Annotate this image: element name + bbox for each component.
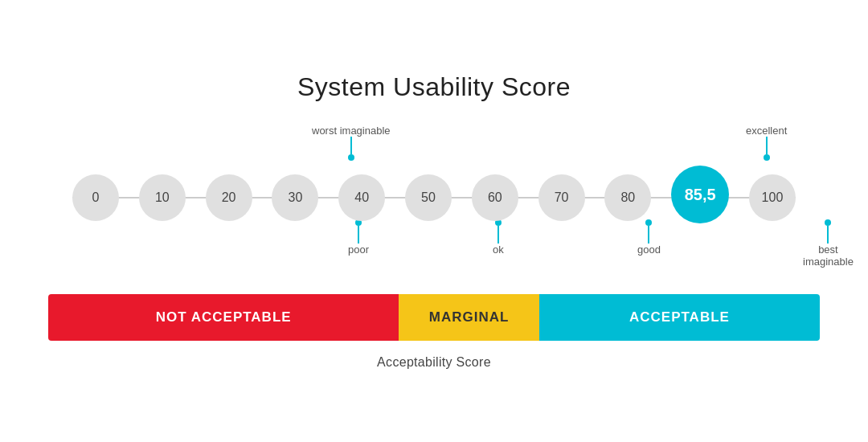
- good-label: good: [637, 244, 661, 256]
- scale-node-50: 50: [405, 174, 452, 221]
- acceptable-segment: ACCEPTABLE: [539, 294, 820, 341]
- best-line: [827, 226, 829, 244]
- annotation-excellent: excellent: [746, 125, 787, 161]
- worst-label: worst imaginable: [312, 125, 391, 137]
- scale-node-90: 85,5: [671, 166, 729, 223]
- not-acceptable-segment: NOT ACCEPTABLE: [48, 294, 399, 341]
- scale-node-10: 10: [139, 174, 186, 221]
- scale-area: 0102030405060708085,5100 excellent worst…: [48, 125, 820, 273]
- excellent-dot: [764, 154, 770, 161]
- ok-label: ok: [493, 244, 504, 256]
- poor-line: [358, 226, 359, 244]
- scale-node-40: 40: [338, 174, 385, 221]
- marginal-segment: MARGINAL: [399, 294, 539, 341]
- ok-line: [497, 226, 499, 244]
- annotation-poor: poor: [348, 219, 369, 256]
- acceptability-bar: NOT ACCEPTABLE MARGINAL ACCEPTABLE: [48, 294, 820, 341]
- annotation-ok: ok: [493, 219, 504, 256]
- annotation-good: good: [637, 219, 661, 256]
- nodes-row: 0102030405060708085,5100: [72, 171, 796, 223]
- scale-node-20: 20: [206, 174, 252, 221]
- acceptability-footer: Acceptability Score: [377, 355, 491, 370]
- annotation-worst: worst imaginable: [312, 125, 391, 161]
- scale-node-30: 30: [272, 174, 318, 221]
- annotation-best: best imaginable: [803, 219, 854, 268]
- scale-node-80: 80: [604, 174, 651, 221]
- worst-dot: [348, 154, 354, 161]
- best-label: best imaginable: [803, 244, 854, 268]
- good-line: [648, 226, 649, 244]
- worst-line: [350, 137, 352, 154]
- best-dot: [825, 219, 831, 226]
- scale-node-0: 0: [72, 174, 119, 221]
- scale-node-70: 70: [538, 174, 585, 221]
- excellent-label: excellent: [746, 125, 787, 137]
- poor-label: poor: [348, 244, 369, 256]
- scale-node-60: 60: [472, 174, 518, 221]
- main-container: System Usability Score 01020304050607080…: [48, 72, 820, 370]
- excellent-line: [766, 137, 768, 154]
- scale-node-100: 100: [749, 174, 796, 221]
- page-title: System Usability Score: [297, 72, 571, 102]
